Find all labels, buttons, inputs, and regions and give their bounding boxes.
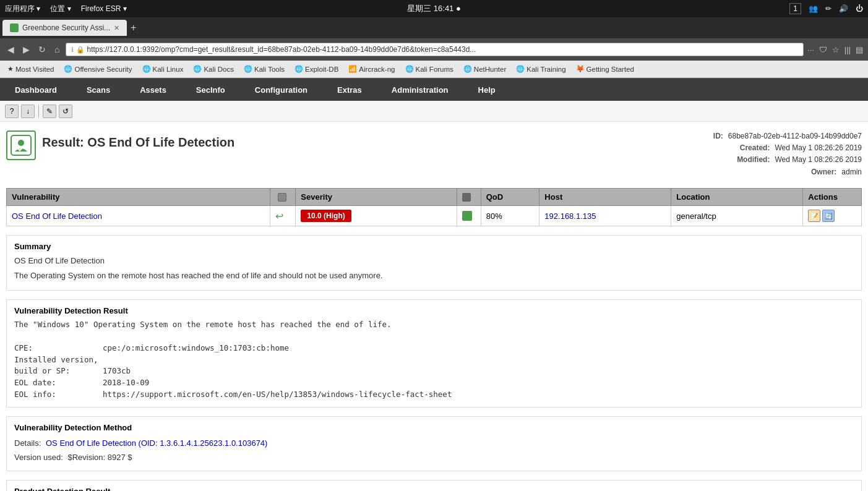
globe-icon: 🌐 — [142, 65, 151, 73]
bookmark-kali-linux[interactable]: 🌐 Kali Linux — [139, 64, 187, 74]
tab-favicon — [10, 23, 19, 32]
firefox-menu[interactable]: Firefox ESR ▾ — [81, 4, 127, 13]
add-override-button[interactable]: 🔄 — [822, 210, 835, 222]
refresh-button[interactable]: ↺ — [59, 105, 72, 118]
sort-icon[interactable] — [278, 193, 286, 202]
summary-line1: OS End Of Life Detection — [14, 255, 854, 267]
severity-sort-icon[interactable] — [462, 193, 471, 202]
th-location: Location — [671, 188, 803, 206]
more-button[interactable]: ··· — [807, 45, 814, 54]
sidebar-icon[interactable]: ▤ — [856, 45, 863, 54]
severity-detail-icon[interactable] — [462, 211, 472, 221]
detection-method-title: Vulnerability Detection Method — [14, 423, 854, 432]
address-bar[interactable]: ℹ 🔒 https://127.0.0.1:9392/omp?cmd=get_r… — [66, 43, 804, 56]
nav-configuration[interactable]: Configuration — [240, 79, 322, 101]
owner-label: Owner: — [811, 166, 836, 178]
product-detection-section: Product Detection Result Product: cpe:/o… — [6, 480, 862, 491]
th-vulnerability: Vulnerability — [7, 188, 270, 206]
th-actions: Actions — [803, 188, 862, 206]
bookmark-aircrack-ng[interactable]: 📶 Aircrack-ng — [345, 64, 398, 74]
vuln-arrow-icon: ↩ — [275, 211, 283, 221]
nav-assets[interactable]: Assets — [125, 79, 181, 101]
bookmark-kali-docs[interactable]: 🌐 Kali Docs — [189, 64, 238, 74]
bookmark-kali-tools[interactable]: 🌐 Kali Tools — [240, 64, 288, 74]
volume-icon: 🔊 — [839, 4, 848, 13]
taskbar-left: 应用程序 ▾ 位置 ▾ Firefox ESR ▾ — [5, 4, 127, 14]
globe-icon: 🌐 — [64, 65, 72, 73]
nav-secinfo[interactable]: SecInfo — [181, 79, 240, 101]
toolbar: ? ↓ ✎ ↺ — [0, 101, 868, 122]
detection-method-section: Vulnerability Detection Method Details: … — [6, 416, 862, 472]
tab-close-button[interactable]: ✕ — [114, 24, 119, 32]
history-icon: ||| — [844, 45, 851, 54]
th-severity-icon — [457, 188, 481, 206]
nav-extras[interactable]: Extras — [322, 79, 377, 101]
signal-icon: 📶 — [348, 65, 357, 73]
new-tab-button[interactable]: + — [131, 22, 136, 33]
browser-tabs: Greenbone Security Assi... ✕ + — [0, 17, 868, 38]
nav-dashboard[interactable]: Dashboard — [0, 79, 72, 101]
forward-button[interactable]: ▶ — [20, 43, 32, 56]
bookmark-offensive-security[interactable]: 🌐 Offensive Security — [60, 64, 135, 74]
nav-help[interactable]: Help — [463, 79, 510, 101]
browser-nav: ◀ ▶ ↻ ⌂ ℹ 🔒 https://127.0.0.1:9392/omp?c… — [0, 38, 868, 61]
download-button[interactable]: ↓ — [21, 105, 35, 118]
workspace-indicator[interactable]: 1 — [789, 3, 801, 14]
bookmark-kali-training[interactable]: 🌐 Kali Training — [512, 64, 569, 74]
result-icon — [6, 130, 36, 160]
toolbar-divider — [38, 105, 39, 117]
th-qod: QoD — [481, 188, 539, 206]
vulnerability-link[interactable]: OS End Of Life Detection — [12, 211, 102, 221]
shield-icon: 🛡 — [819, 45, 827, 54]
location-cell: general/tcp — [671, 206, 803, 226]
bookmark-star-icon[interactable]: ☆ — [832, 45, 840, 54]
vulnerability-cell: OS End Of Life Detection — [7, 206, 270, 226]
edit-result-button[interactable]: ✎ — [43, 105, 56, 118]
vuln-detection-section: Vulnerability Detection Result The "Wind… — [6, 299, 862, 407]
reload-button[interactable]: ↻ — [36, 43, 48, 56]
home-button[interactable]: ⌂ — [52, 43, 62, 56]
tab-title: Greenbone Security Assi... — [22, 23, 110, 32]
host-link[interactable]: 192.168.1.135 — [544, 211, 596, 221]
places-menu[interactable]: 位置 ▾ — [50, 4, 71, 14]
id-label: ID: — [713, 130, 723, 142]
result-created: Wed May 1 08:26:26 2019 — [775, 142, 862, 154]
bookmark-getting-started[interactable]: 🦊 Getting Started — [572, 64, 638, 74]
nav-scans[interactable]: Scans — [72, 79, 125, 101]
edit-icon: ✏ — [825, 4, 831, 13]
host-cell: 192.168.1.135 — [539, 206, 671, 226]
active-tab[interactable]: Greenbone Security Assi... ✕ — [2, 20, 127, 36]
users-icon: 👥 — [809, 4, 818, 13]
taskbar-right: 1 👥 ✏ 🔊 ⏻ — [789, 3, 863, 14]
vuln-detection-title: Vulnerability Detection Result — [14, 306, 854, 315]
severity-icon-cell — [457, 206, 481, 226]
power-icon[interactable]: ⏻ — [856, 4, 863, 13]
bookmark-nethunter[interactable]: 🌐 NetHunter — [460, 64, 510, 74]
modified-label: Modified: — [737, 154, 770, 166]
app-menu[interactable]: 应用程序 ▾ — [5, 4, 40, 14]
qod-cell: 80% — [481, 206, 539, 226]
nav-administration[interactable]: Administration — [377, 79, 463, 101]
detection-method-content: Details: OS End Of Life Detection (OID: … — [14, 436, 854, 465]
version-text: $Revision: 8927 $ — [67, 453, 132, 462]
globe-icon: 🌐 — [244, 65, 252, 73]
url-text: https://127.0.0.1:9392/omp?cmd=get_resul… — [87, 45, 798, 54]
bookmark-most-visited[interactable]: ★ Most Visited — [4, 64, 58, 74]
table-row: OS End Of Life Detection ↩ 10.0 (High) 8… — [7, 206, 862, 226]
help-button[interactable]: ? — [5, 105, 19, 118]
globe-icon: 🌐 — [405, 65, 414, 73]
summary-section: Summary OS End Of Life Detection The Ope… — [6, 235, 862, 291]
bookmark-exploit-db[interactable]: 🌐 Exploit-DB — [291, 64, 342, 74]
browser-nav-right: ··· 🛡 ☆ ||| ▤ — [807, 45, 863, 54]
bookmark-kali-forums[interactable]: 🌐 Kali Forums — [402, 64, 457, 74]
details-label: Details: — [14, 438, 41, 448]
result-id: 68be87ab-02eb-4112-ba09-14b99dd0e7 — [728, 130, 862, 142]
severity-cell: 10.0 (High) — [296, 206, 457, 226]
back-button[interactable]: ◀ — [5, 43, 17, 56]
page-title: Result: OS End Of Life Detection — [42, 130, 713, 150]
th-icon — [270, 188, 295, 206]
result-header: Result: OS End Of Life Detection ID: 68b… — [6, 127, 862, 182]
summary-line2: The Operating System on the remote host … — [14, 270, 854, 282]
add-note-button[interactable]: 📝 — [808, 210, 820, 222]
details-link[interactable]: OS End Of Life Detection (OID: 1.3.6.1.4… — [46, 438, 267, 448]
